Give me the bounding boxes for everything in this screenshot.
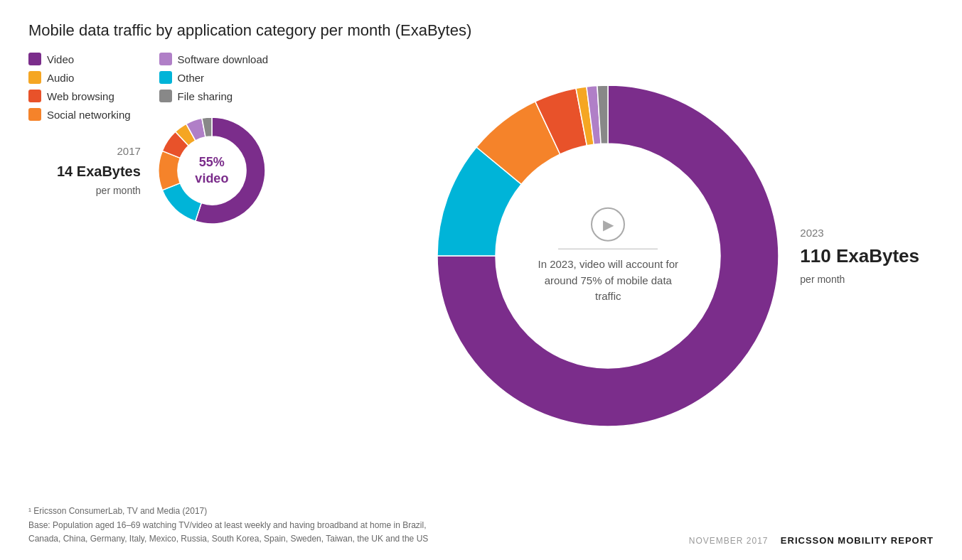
large-chart-per-month: per month [800, 271, 919, 287]
legend-label: Audio [47, 72, 74, 84]
small-chart-label: 2017 14 ExaBytes per month [57, 143, 141, 198]
charts-area: 2017 14 ExaBytes per month 55% video ▶ I… [0, 92, 962, 503]
small-donut-percent: 55% [195, 154, 228, 171]
large-donut-center-text: In 2023, video will account for around 7… [533, 257, 683, 305]
large-chart-container: ▶ In 2023, video will account for around… [430, 78, 919, 434]
footer-line2: Base: Population aged 16–69 watching TV/… [28, 519, 428, 532]
legend-swatch [159, 53, 172, 65]
legend-swatch [28, 71, 41, 84]
footer-brand: NOVEMBER 2017 ERICSSON MOBILITY REPORT [689, 535, 934, 546]
legend-swatch [159, 71, 172, 84]
small-donut-sublabel: video [195, 171, 228, 187]
center-divider [558, 249, 658, 249]
large-donut-center: ▶ In 2023, video will account for around… [533, 208, 683, 305]
footer-note: ¹ Ericsson ConsumerLab, TV and Media (20… [28, 505, 428, 546]
legend-label: Video [47, 53, 74, 65]
legend-item: Software download [159, 53, 269, 65]
small-chart-year: 2017 [57, 143, 141, 160]
legend-swatch [28, 53, 41, 65]
large-chart-value: 110 ExaBytes [800, 242, 919, 271]
footer-date: NOVEMBER 2017 [689, 536, 769, 546]
footer-line3: Canada, China, Germany, Italy, Mexico, R… [28, 532, 428, 546]
legend-item: Other [159, 71, 269, 84]
legend-label: Other [178, 72, 205, 84]
footer-line1: ¹ Ericsson ConsumerLab, TV and Media (20… [28, 505, 428, 518]
large-chart-year: 2023 [800, 225, 919, 242]
legend-item: Video [28, 53, 131, 65]
small-chart-value: 14 ExaBytes [57, 160, 141, 183]
large-chart-label: 2023 110 ExaBytes per month [800, 225, 919, 287]
legend-label: Software download [178, 53, 269, 65]
small-chart-per-month: per month [57, 183, 141, 198]
small-donut-wrap: 55% video [155, 114, 269, 227]
page-container: Mobile data traffic by application categ… [0, 0, 962, 560]
page-title: Mobile data traffic by application categ… [28, 21, 934, 40]
play-icon: ▶ [591, 208, 625, 242]
small-donut-center: 55% video [195, 154, 228, 188]
legend-item: Audio [28, 71, 131, 84]
small-chart-container: 2017 14 ExaBytes per month 55% video [57, 114, 269, 227]
large-donut-wrap: ▶ In 2023, video will account for around… [430, 78, 786, 434]
footer-brand-name: ERICSSON MOBILITY REPORT [781, 535, 934, 546]
